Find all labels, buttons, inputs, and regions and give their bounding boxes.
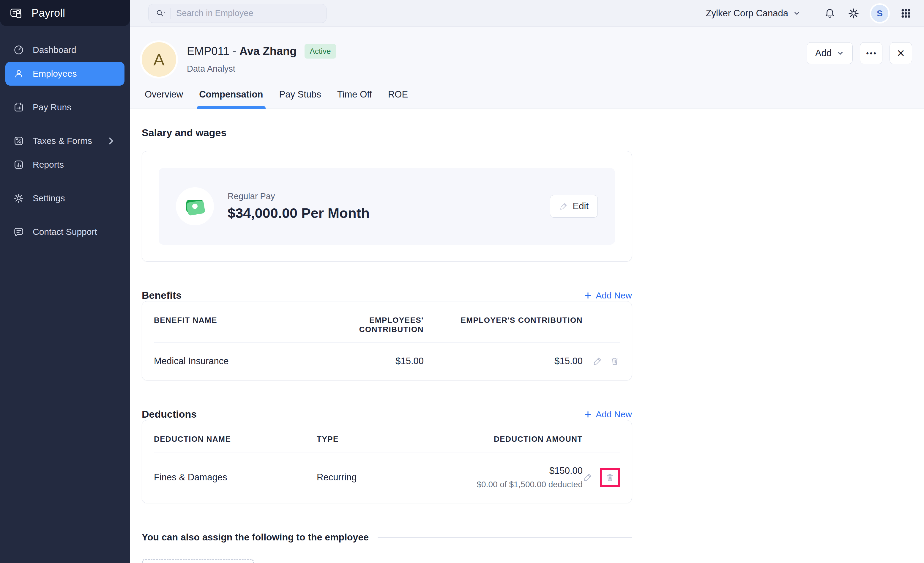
pay-amount: $34,000.00 Per Month xyxy=(228,205,370,221)
sidebar-item-reports[interactable]: Reports xyxy=(5,153,124,177)
search-input[interactable] xyxy=(176,8,320,18)
plus-icon xyxy=(584,410,592,419)
app-header: Payroll xyxy=(0,0,130,26)
close-button[interactable]: ✕ xyxy=(890,42,912,64)
deductions-section-title: Deductions xyxy=(142,408,196,420)
more-options-button[interactable]: ••• xyxy=(860,42,882,64)
benefit-name: Medical Insurance xyxy=(154,356,317,366)
tab-compensation[interactable]: Compensation xyxy=(199,89,263,108)
edit-benefit-icon[interactable] xyxy=(592,356,603,366)
settings-gear-icon[interactable] xyxy=(848,7,860,20)
tab-overview[interactable]: Overview xyxy=(145,89,183,108)
apps-grid-icon[interactable] xyxy=(900,7,912,20)
employee-id: EMP011 - xyxy=(187,45,240,57)
deductions-add-new-link[interactable]: Add New xyxy=(584,409,632,419)
topbar-right: Zylker Corp Canada S xyxy=(706,5,912,22)
benefits-card: BENEFIT NAME EMPLOYEES' CONTRIBUTION EMP… xyxy=(142,301,632,380)
sidebar-item-label: Settings xyxy=(33,193,65,203)
deduction-type: Recurring xyxy=(317,472,441,483)
money-icon xyxy=(176,187,214,225)
org-switcher[interactable]: Zylker Corp Canada xyxy=(706,8,801,19)
add-button[interactable]: Add xyxy=(807,42,853,64)
deductions-card: DEDUCTION NAME TYPE DEDUCTION AMOUNT Fin… xyxy=(142,420,632,503)
deduction-progress: $0.00 of $1,500.00 deducted xyxy=(477,480,583,489)
tab-pay-stubs[interactable]: Pay Stubs xyxy=(279,89,321,108)
sidebar-item-label: Pay Runs xyxy=(33,102,71,113)
chevron-down-icon xyxy=(793,9,801,17)
edit-deduction-icon[interactable] xyxy=(583,472,593,482)
sidebar-item-settings[interactable]: Settings xyxy=(5,186,124,210)
sidebar-item-label: Contact Support xyxy=(33,227,97,237)
table-row: Medical Insurance $15.00 $15.00 xyxy=(154,343,620,366)
column-header: BENEFIT NAME xyxy=(154,316,317,334)
sidebar-item-taxes-forms[interactable]: Taxes & Forms xyxy=(5,129,124,153)
taxes-forms-icon xyxy=(13,135,24,147)
deduction-name: Fines & Damages xyxy=(154,472,317,483)
edit-button-label: Edit xyxy=(573,201,589,212)
assign-vacation-pay-button[interactable]: Vacation Pay xyxy=(142,559,254,563)
edit-salary-button[interactable]: Edit xyxy=(550,195,598,218)
employee-name: Ava Zhang xyxy=(240,45,297,57)
tab-roe[interactable]: ROE xyxy=(388,89,408,108)
sidebar-item-label: Dashboard xyxy=(33,45,76,55)
pencil-icon xyxy=(559,202,568,211)
add-new-label: Add New xyxy=(596,290,632,300)
chevron-down-icon xyxy=(836,50,844,57)
page-title: EMP011 - Ava Zhang xyxy=(187,45,297,58)
payroll-app: Payroll Dashboard Employees xyxy=(0,0,924,563)
header-actions: Add ••• ✕ xyxy=(807,42,912,64)
search-icon xyxy=(155,8,165,18)
column-header: DEDUCTION NAME xyxy=(154,435,317,444)
sidebar-nav: Dashboard Employees Pay Runs xyxy=(0,26,130,256)
assign-section-title: You can also assign the following to the… xyxy=(142,532,369,543)
payroll-logo-icon xyxy=(9,6,24,20)
chevron-right-icon xyxy=(105,135,117,147)
search-box[interactable] xyxy=(148,4,327,23)
deductions-table: DEDUCTION NAME TYPE DEDUCTION AMOUNT Fin… xyxy=(142,420,632,503)
employee-header: A EMP011 - Ava Zhang Active Data Analyst… xyxy=(130,27,924,108)
add-button-label: Add xyxy=(815,48,832,59)
settings-icon xyxy=(13,193,24,204)
sidebar-item-pay-runs[interactable]: Pay Runs xyxy=(5,95,124,119)
reports-icon xyxy=(13,159,24,170)
search-divider xyxy=(171,8,171,19)
column-header: EMPLOYEES' CONTRIBUTION xyxy=(317,316,424,334)
delete-deduction-icon[interactable] xyxy=(605,472,615,482)
pay-name: Regular Pay xyxy=(228,191,370,201)
deduction-amount: $150.00 xyxy=(549,465,583,476)
column-header: EMPLOYER'S CONTRIBUTION xyxy=(424,316,583,334)
column-header: DEDUCTION AMOUNT xyxy=(441,435,583,444)
pay-runs-icon xyxy=(13,102,24,113)
sidebar-item-label: Taxes & Forms xyxy=(33,136,92,146)
employee-avatar: A xyxy=(142,42,176,77)
sidebar-item-contact-support[interactable]: Contact Support xyxy=(5,220,124,244)
plus-icon xyxy=(584,291,592,300)
user-avatar[interactable]: S xyxy=(871,5,888,22)
employers-contribution: $15.00 xyxy=(424,356,583,366)
contact-support-icon xyxy=(13,226,24,237)
divider xyxy=(378,537,632,538)
main-area: Zylker Corp Canada S xyxy=(130,0,924,563)
sidebar-item-employees[interactable]: Employees xyxy=(5,62,124,86)
employees-contribution: $15.00 xyxy=(317,356,424,366)
sidebar: Payroll Dashboard Employees xyxy=(0,0,130,563)
column-header: TYPE xyxy=(317,435,441,444)
sidebar-item-label: Reports xyxy=(33,160,64,170)
annotation-highlight xyxy=(600,468,620,487)
status-badge: Active xyxy=(304,44,336,59)
tab-bar: Overview Compensation Pay Stubs Time Off… xyxy=(142,89,912,108)
delete-benefit-icon[interactable] xyxy=(610,356,620,366)
employees-icon xyxy=(13,68,24,80)
tab-time-off[interactable]: Time Off xyxy=(337,89,372,108)
dashboard-icon xyxy=(13,44,24,56)
notifications-bell-icon[interactable] xyxy=(824,7,836,20)
sidebar-item-label: Employees xyxy=(33,69,76,79)
app-title: Payroll xyxy=(32,7,65,20)
employee-designation: Data Analyst xyxy=(187,64,336,74)
benefits-add-new-link[interactable]: Add New xyxy=(584,290,632,300)
nav-group-gap xyxy=(5,119,124,129)
benefits-table: BENEFIT NAME EMPLOYEES' CONTRIBUTION EMP… xyxy=(142,302,632,380)
org-name: Zylker Corp Canada xyxy=(706,8,788,19)
sidebar-item-dashboard[interactable]: Dashboard xyxy=(5,38,124,62)
add-new-label: Add New xyxy=(596,409,632,419)
